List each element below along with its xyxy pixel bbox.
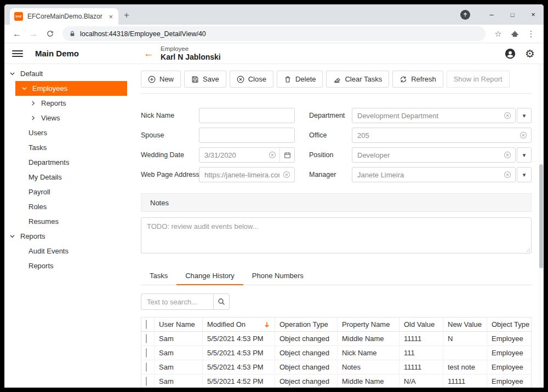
nav-label: Users	[28, 129, 47, 137]
window-minimize-button[interactable]: –	[481, 10, 502, 19]
col-operation-type[interactable]: Operation Type	[275, 318, 338, 332]
refresh-button[interactable]: Refresh	[392, 71, 443, 88]
record-back-icon[interactable]: ←	[144, 48, 154, 59]
refresh-icon	[399, 76, 407, 83]
close-button[interactable]: Close	[230, 71, 273, 88]
scrollbar-thumb[interactable]	[539, 164, 543, 268]
account-icon[interactable]	[504, 48, 516, 60]
manager-dropdown-button[interactable]: ▾	[517, 167, 532, 182]
bookmark-star-icon[interactable]: ☆	[491, 27, 505, 41]
col-modified-on[interactable]: Modified On	[203, 318, 275, 332]
nav-item-departments[interactable]: Departments	[4, 155, 134, 170]
notes-textarea[interactable]: TODO: review audit events below...	[141, 218, 531, 253]
nav-item-payroll[interactable]: Payroll	[4, 185, 134, 199]
nav-item-reports[interactable]: Reports	[4, 258, 134, 273]
col-object-type[interactable]: Object Type	[487, 318, 532, 332]
nav-item-roles[interactable]: Roles	[4, 199, 134, 214]
row-checkbox[interactable]	[146, 334, 147, 343]
wedding-date-input[interactable]	[204, 151, 265, 159]
nav-label: Employees	[32, 84, 67, 93]
clear-icon[interactable]	[520, 131, 527, 139]
col-old-value[interactable]: Old Value	[399, 318, 443, 332]
grid-header-row: User Name Modified On Operation Type Pro…	[141, 318, 532, 332]
select-all-checkbox[interactable]	[146, 320, 147, 329]
new-button[interactable]: New	[141, 71, 181, 88]
browser-menu-icon[interactable]: ⋮	[524, 27, 538, 41]
browser-window: XAF EFCoreMainDemo.Blazor × + – □ × ← → …	[4, 4, 544, 388]
save-button[interactable]: Save	[184, 71, 226, 88]
browser-update-icon[interactable]	[460, 10, 470, 20]
nav-item-audit-events[interactable]: Audit Events	[4, 244, 134, 258]
col-user-name[interactable]: User Name	[155, 318, 203, 332]
clear-icon[interactable]	[504, 112, 511, 119]
row-checkbox[interactable]	[146, 348, 147, 358]
position-dropdown-button[interactable]: ▾	[517, 147, 532, 163]
nav-group-reports[interactable]: Reports	[4, 229, 134, 244]
department-input[interactable]	[357, 112, 500, 120]
row-checkbox[interactable]	[146, 362, 147, 372]
spouse-input[interactable]	[204, 131, 290, 140]
clear-tasks-button[interactable]: Clear Tasks	[326, 71, 389, 88]
nav-group-default[interactable]: Default	[4, 66, 134, 81]
chevron-right-icon	[31, 101, 36, 106]
grid-row[interactable]: Sam 5/5/2021 4:53 PM Object changed Note…	[141, 360, 532, 374]
extensions-puzzle-icon[interactable]	[507, 27, 522, 41]
clear-icon[interactable]	[269, 151, 276, 159]
position-input[interactable]	[357, 151, 500, 159]
office-input[interactable]	[357, 131, 516, 140]
clear-icon[interactable]	[504, 151, 511, 159]
tab-change-history[interactable]: Change History	[176, 267, 243, 285]
nav-item-employees-views[interactable]: Views	[4, 111, 134, 125]
clear-icon[interactable]	[283, 171, 290, 178]
row-checkbox[interactable]	[146, 377, 147, 386]
delete-button[interactable]: Delete	[277, 71, 323, 88]
search-button[interactable]	[213, 293, 230, 310]
grid-row[interactable]: Sam 5/5/2021 4:53 PM Object changed Midd…	[141, 332, 532, 346]
department-dropdown-button[interactable]: ▾	[517, 108, 532, 123]
window-maximize-button[interactable]: □	[502, 11, 523, 18]
lock-icon	[69, 30, 76, 37]
nav-label: Resumes	[28, 217, 59, 226]
chevron-down-icon	[10, 234, 15, 239]
col-new-value[interactable]: New Value	[443, 318, 487, 332]
nav-label: Audit Events	[28, 247, 68, 255]
browser-back-icon[interactable]: ←	[10, 27, 24, 41]
nav-item-employees[interactable]: Employees	[15, 81, 127, 96]
page-scrollbar[interactable]	[539, 64, 544, 388]
manager-input[interactable]	[357, 171, 500, 179]
col-property-name[interactable]: Property Name	[338, 318, 399, 332]
web-page-input[interactable]	[204, 171, 279, 179]
nav-item-tasks[interactable]: Tasks	[4, 140, 134, 155]
nick-name-input[interactable]	[204, 112, 290, 120]
nav-item-employees-reports[interactable]: Reports	[4, 96, 134, 111]
nav-item-users[interactable]: Users	[4, 125, 134, 140]
search-input[interactable]	[141, 293, 214, 310]
save-icon	[191, 76, 199, 83]
grid-row[interactable]: Sam 5/5/2021 4:52 PM Object changed Midd…	[141, 374, 532, 388]
select-all-header[interactable]	[141, 318, 155, 332]
position-label: Position	[295, 147, 352, 163]
clear-icon[interactable]	[504, 171, 511, 178]
hamburger-menu-icon[interactable]	[12, 50, 23, 57]
url-bar[interactable]: localhost:44318/Employee_DetailView/40	[62, 26, 486, 41]
browser-refresh-icon[interactable]	[43, 27, 57, 41]
browser-tabstrip: XAF EFCoreMainDemo.Blazor × + – □ ×	[4, 4, 544, 25]
settings-gear-icon[interactable]: ⚙	[525, 48, 535, 59]
change-history-grid: User Name Modified On Operation Type Pro…	[141, 317, 532, 388]
tab-tasks[interactable]: Tasks	[141, 267, 176, 285]
grid-row[interactable]: Sam 5/5/2021 4:53 PM Object changed Nick…	[141, 346, 532, 360]
nav-label: My Details	[28, 173, 62, 181]
tab-phone-numbers[interactable]: Phone Numbers	[243, 267, 312, 285]
nav-item-my-details[interactable]: My Details	[4, 170, 134, 185]
browser-tab[interactable]: XAF EFCoreMainDemo.Blazor ×	[10, 8, 118, 25]
chevron-right-icon	[31, 116, 36, 120]
browser-forward-icon[interactable]: →	[26, 27, 41, 41]
calendar-button[interactable]	[279, 148, 294, 162]
show-in-report-button[interactable]: Show in Report	[447, 71, 510, 88]
tab-close-icon[interactable]: ×	[107, 13, 114, 21]
detail-view: New Save Close Delete Clear Tasks	[134, 64, 544, 388]
record-title: Karl N Jablonski	[161, 53, 221, 61]
window-close-button[interactable]: ×	[523, 10, 544, 19]
new-tab-button[interactable]: +	[124, 10, 129, 21]
nav-item-resumes[interactable]: Resumes	[4, 214, 134, 229]
